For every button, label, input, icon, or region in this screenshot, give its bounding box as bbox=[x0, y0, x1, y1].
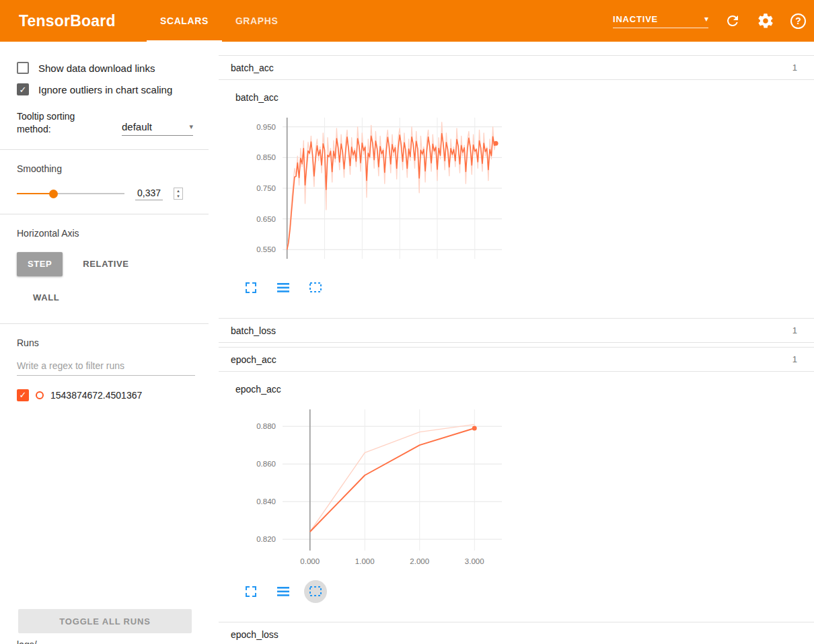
horizontal-axis-label: Horizontal Axis bbox=[17, 228, 219, 239]
slider-fill bbox=[17, 193, 53, 194]
chart-toolbar bbox=[239, 580, 814, 603]
category-title: batch_loss bbox=[231, 325, 276, 336]
tooltip-sorting-select[interactable]: default ▾ bbox=[122, 121, 193, 136]
svg-text:3.000: 3.000 bbox=[465, 557, 484, 565]
y-axis-lines-icon[interactable] bbox=[272, 276, 295, 299]
tab-scalars[interactable]: SCALARS bbox=[147, 0, 222, 42]
smoothing-controls: 0,337 ▴ ▾ bbox=[17, 188, 219, 200]
category-count: 1 bbox=[792, 63, 797, 73]
tooltip-sorting-value: default bbox=[122, 121, 152, 132]
run-name: 1543874672.4501367 bbox=[50, 390, 142, 401]
tab-bar: SCALARS GRAPHS bbox=[147, 0, 291, 42]
header-actions: INACTIVE ▾ ? bbox=[613, 0, 806, 42]
help-icon-glyph: ? bbox=[790, 13, 806, 29]
gear-icon[interactable] bbox=[757, 12, 774, 30]
run-checkbox[interactable]: ✓ bbox=[17, 389, 29, 401]
axis-step-button[interactable]: STEP bbox=[17, 252, 63, 276]
svg-text:0.820: 0.820 bbox=[256, 535, 276, 543]
chevron-down-icon: ▾ bbox=[189, 122, 193, 131]
svg-text:0.850: 0.850 bbox=[256, 153, 276, 161]
category-epoch-acc: epoch_acc 1 epoch_acc 0.8200.8400.8600.8… bbox=[219, 347, 814, 618]
run-list-item[interactable]: ✓ 1543874672.4501367 bbox=[17, 389, 219, 401]
smoothing-stepper[interactable]: ▴ ▾ bbox=[174, 188, 183, 200]
checkmark-icon: ✓ bbox=[20, 85, 27, 95]
show-download-links-label: Show data download links bbox=[38, 63, 155, 74]
svg-text:0.000: 0.000 bbox=[300, 557, 320, 565]
tab-graphs-label: GRAPHS bbox=[235, 15, 279, 26]
ignore-outliers-checkbox[interactable]: ✓ bbox=[17, 83, 29, 95]
ignore-outliers-label: Ignore outliers in chart scaling bbox=[38, 84, 172, 95]
ignore-outliers-checkbox-row[interactable]: ✓ Ignore outliers in chart scaling bbox=[17, 83, 219, 95]
epoch-acc-chart[interactable]: 0.8200.8400.8600.8800.0001.0002.0003.000 bbox=[235, 403, 511, 571]
category-batch-loss: batch_loss 1 bbox=[219, 318, 814, 343]
category-title: epoch_loss bbox=[231, 629, 279, 640]
stepper-up-icon[interactable]: ▴ bbox=[177, 188, 180, 194]
chart-card-batch-acc: batch_acc 0.5500.6500.7500.8500.950 bbox=[219, 80, 814, 314]
dashed-box-icon-glyph bbox=[309, 586, 322, 597]
tab-graphs[interactable]: GRAPHS bbox=[222, 0, 292, 42]
divider bbox=[0, 214, 209, 214]
svg-text:0.880: 0.880 bbox=[256, 422, 276, 430]
dashed-box-icon-glyph bbox=[309, 282, 322, 293]
status-label: INACTIVE bbox=[613, 14, 658, 24]
app-header: TensorBoard SCALARS GRAPHS INACTIVE ▾ ? bbox=[0, 0, 814, 42]
svg-text:0.860: 0.860 bbox=[256, 460, 276, 468]
category-header-batch-acc[interactable]: batch_acc 1 bbox=[219, 55, 814, 80]
checkmark-icon: ✓ bbox=[20, 390, 27, 400]
tab-scalars-label: SCALARS bbox=[160, 15, 209, 26]
category-batch-acc: batch_acc 1 batch_acc 0.5500.6500.7500.8… bbox=[219, 55, 814, 314]
fit-domain-icon[interactable] bbox=[304, 276, 327, 299]
chart-card-epoch-acc: epoch_acc 0.8200.8400.8600.8800.0001.000… bbox=[219, 372, 814, 618]
toggle-all-runs-button[interactable]: TOGGLE ALL RUNS bbox=[18, 609, 192, 633]
chevron-down-icon: ▾ bbox=[704, 14, 708, 24]
category-header-epoch-acc[interactable]: epoch_acc 1 bbox=[219, 347, 814, 372]
expand-icon-glyph bbox=[245, 586, 257, 598]
expand-chart-icon[interactable] bbox=[239, 276, 262, 299]
y-axis-lines-icon[interactable] bbox=[272, 580, 295, 603]
chart-toolbar bbox=[239, 276, 814, 299]
axis-relative-button[interactable]: RELATIVE bbox=[72, 252, 139, 276]
show-download-links-checkbox-row[interactable]: Show data download links bbox=[17, 62, 219, 74]
svg-text:0.840: 0.840 bbox=[256, 497, 276, 506]
scalars-dashboard: batch_acc 1 batch_acc 0.5500.6500.7500.8… bbox=[219, 42, 814, 644]
divider bbox=[0, 323, 209, 324]
svg-text:0.550: 0.550 bbox=[256, 245, 276, 253]
category-header-batch-loss[interactable]: batch_loss 1 bbox=[219, 318, 814, 343]
chart-title: epoch_acc bbox=[235, 384, 814, 395]
batch-acc-chart[interactable]: 0.5500.6500.7500.8500.950 bbox=[235, 111, 511, 267]
fit-domain-icon[interactable] bbox=[304, 580, 327, 603]
lines-icon-glyph bbox=[277, 283, 289, 292]
category-count: 1 bbox=[792, 325, 797, 335]
show-download-links-checkbox[interactable] bbox=[17, 62, 29, 74]
refresh-icon[interactable] bbox=[725, 13, 741, 29]
chart-title: batch_acc bbox=[235, 92, 814, 103]
svg-text:0.750: 0.750 bbox=[256, 184, 276, 192]
axis-wall-button[interactable]: WALL bbox=[22, 286, 70, 310]
slider-thumb[interactable] bbox=[49, 190, 58, 198]
smoothing-label: Smoothing bbox=[17, 163, 219, 174]
svg-text:0.950: 0.950 bbox=[256, 123, 276, 131]
tooltip-sorting-label: Tooltip sorting method: bbox=[17, 110, 103, 136]
settings-sidebar: Show data download links ✓ Ignore outlie… bbox=[0, 42, 219, 644]
stepper-down-icon[interactable]: ▾ bbox=[177, 194, 180, 199]
refresh-icon-glyph bbox=[725, 13, 741, 29]
smoothing-slider[interactable] bbox=[17, 189, 124, 198]
runs-footer-path: logs/ bbox=[17, 639, 37, 644]
run-color-circle bbox=[36, 391, 44, 399]
expand-chart-icon[interactable] bbox=[239, 580, 262, 603]
help-icon[interactable]: ? bbox=[790, 13, 806, 29]
expand-icon-glyph bbox=[245, 282, 257, 294]
gear-icon-glyph bbox=[757, 12, 774, 30]
category-header-epoch-loss[interactable]: epoch_loss bbox=[219, 622, 814, 644]
category-count: 1 bbox=[792, 354, 797, 364]
runs-filter-input[interactable] bbox=[17, 358, 195, 376]
status-dropdown[interactable]: INACTIVE ▾ bbox=[613, 14, 708, 28]
svg-text:1.000: 1.000 bbox=[355, 557, 375, 565]
app-title: TensorBoard bbox=[19, 0, 116, 42]
category-title: epoch_acc bbox=[231, 354, 276, 365]
divider bbox=[0, 149, 209, 150]
smoothing-value-input[interactable]: 0,337 bbox=[135, 188, 163, 200]
tooltip-sorting-row: Tooltip sorting method: default ▾ bbox=[17, 110, 219, 136]
svg-text:2.000: 2.000 bbox=[410, 557, 429, 565]
category-epoch-loss: epoch_loss bbox=[219, 622, 814, 644]
